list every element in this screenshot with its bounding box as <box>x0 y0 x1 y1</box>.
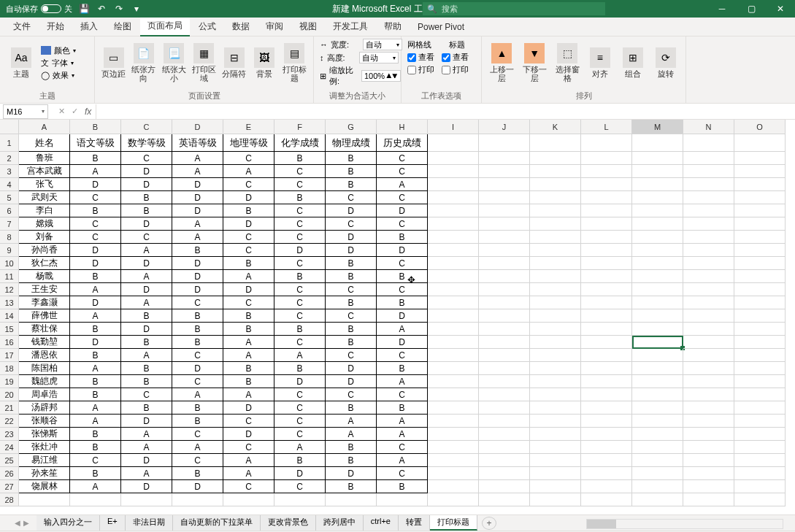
cell[interactable] <box>428 362 479 375</box>
cell[interactable]: B <box>274 454 326 467</box>
cell[interactable]: D <box>70 257 121 270</box>
sheet-nav-prev-icon[interactable]: ◀ <box>15 519 20 527</box>
row-header[interactable]: 26 <box>0 467 19 480</box>
cell[interactable] <box>428 257 479 270</box>
cell[interactable] <box>530 191 581 204</box>
cell[interactable] <box>428 428 479 441</box>
cell[interactable] <box>734 493 786 506</box>
accept-formula-icon[interactable]: ✓ <box>69 107 80 116</box>
cell[interactable]: 刘备 <box>19 231 70 244</box>
effects-button[interactable]: ◯效果▾ <box>41 70 76 81</box>
cell[interactable]: C <box>377 283 428 296</box>
cell[interactable] <box>632 217 683 231</box>
cell[interactable] <box>734 152 786 165</box>
cell[interactable] <box>581 178 632 191</box>
cell[interactable]: C <box>172 375 223 388</box>
cell[interactable] <box>734 204 786 217</box>
cell[interactable]: B <box>121 336 172 349</box>
cell[interactable] <box>632 467 683 480</box>
cell[interactable]: C <box>223 152 274 165</box>
cell[interactable] <box>479 257 530 270</box>
cell[interactable] <box>632 336 683 349</box>
cell[interactable]: 魏皑虎 <box>19 375 70 388</box>
cell[interactable]: A <box>121 467 172 480</box>
horizontal-scrollbar[interactable] <box>586 519 783 529</box>
cell[interactable]: B <box>223 362 274 375</box>
cell[interactable]: 易江维 <box>19 454 70 467</box>
cell[interactable] <box>683 296 734 309</box>
cell[interactable]: B <box>377 362 428 375</box>
cell[interactable] <box>632 296 683 309</box>
cell[interactable] <box>530 217 581 231</box>
cell[interactable]: C <box>223 441 274 454</box>
cell[interactable]: A <box>172 231 223 244</box>
cell[interactable]: 张顺谷 <box>19 415 70 428</box>
close-button[interactable]: ✕ <box>766 0 795 18</box>
cell[interactable]: D <box>172 362 223 375</box>
cell[interactable] <box>479 191 530 204</box>
cell[interactable] <box>428 415 479 428</box>
cell[interactable] <box>734 349 786 362</box>
print-titles-button[interactable]: ▤打印标题 <box>282 39 307 86</box>
cell[interactable]: B <box>326 441 377 454</box>
cell[interactable]: C <box>274 296 326 309</box>
cell[interactable] <box>428 244 479 257</box>
cell[interactable]: C <box>70 191 121 204</box>
cell[interactable]: C <box>274 480 326 493</box>
menu-item-6[interactable]: 数据 <box>225 18 257 36</box>
row-header[interactable]: 16 <box>0 336 19 349</box>
cell[interactable] <box>734 283 786 296</box>
size-button[interactable]: 📃纸张大小 <box>161 39 187 86</box>
column-header[interactable]: B <box>70 120 121 134</box>
cell[interactable]: C <box>274 231 326 244</box>
cell[interactable]: D <box>172 257 223 270</box>
cell[interactable] <box>581 257 632 270</box>
cell[interactable] <box>530 375 581 388</box>
row-header[interactable]: 1 <box>0 134 19 152</box>
cell[interactable] <box>377 493 428 506</box>
menu-item-4[interactable]: 页面布局 <box>140 17 190 36</box>
cell[interactable]: 蔡壮保 <box>19 323 70 336</box>
cell[interactable] <box>581 134 632 152</box>
cell[interactable] <box>734 388 786 401</box>
rotate-button[interactable]: ⟳旋转 <box>651 39 680 86</box>
cell[interactable]: B <box>70 388 121 401</box>
cell[interactable] <box>428 231 479 244</box>
cell[interactable]: A <box>172 388 223 401</box>
row-header[interactable]: 25 <box>0 454 19 467</box>
cell[interactable] <box>479 388 530 401</box>
cell[interactable]: 潘恩依 <box>19 349 70 362</box>
cell[interactable]: D <box>121 178 172 191</box>
undo-icon[interactable]: ↶ <box>96 3 107 15</box>
background-button[interactable]: 🖼背景 <box>251 39 277 86</box>
cell[interactable]: C <box>223 244 274 257</box>
cell[interactable] <box>581 428 632 441</box>
cell[interactable]: C <box>172 349 223 362</box>
column-header[interactable]: A <box>19 120 70 134</box>
cell[interactable] <box>581 270 632 283</box>
cell[interactable] <box>428 204 479 217</box>
cell[interactable]: D <box>121 217 172 231</box>
cell[interactable] <box>632 415 683 428</box>
cell[interactable]: C <box>70 217 121 231</box>
cell[interactable]: A <box>223 165 274 178</box>
cell[interactable]: 化学成绩 <box>274 134 326 152</box>
cell[interactable]: A <box>121 441 172 454</box>
cell[interactable]: 陈国柏 <box>19 362 70 375</box>
cell[interactable] <box>683 454 734 467</box>
cell[interactable] <box>581 296 632 309</box>
cell[interactable] <box>530 336 581 349</box>
cell[interactable] <box>530 493 581 506</box>
cell[interactable] <box>683 283 734 296</box>
cell[interactable]: D <box>121 480 172 493</box>
row-header[interactable]: 17 <box>0 349 19 362</box>
cell[interactable]: B <box>70 428 121 441</box>
cell[interactable]: A <box>172 217 223 231</box>
cell[interactable] <box>428 217 479 231</box>
maximize-button[interactable]: ▢ <box>737 0 766 18</box>
cell[interactable] <box>530 362 581 375</box>
cell[interactable]: C <box>274 415 326 428</box>
cell[interactable]: 英语等级 <box>172 134 223 152</box>
sheet-tab[interactable]: 打印标题 <box>430 515 477 531</box>
cell[interactable]: B <box>377 270 428 283</box>
